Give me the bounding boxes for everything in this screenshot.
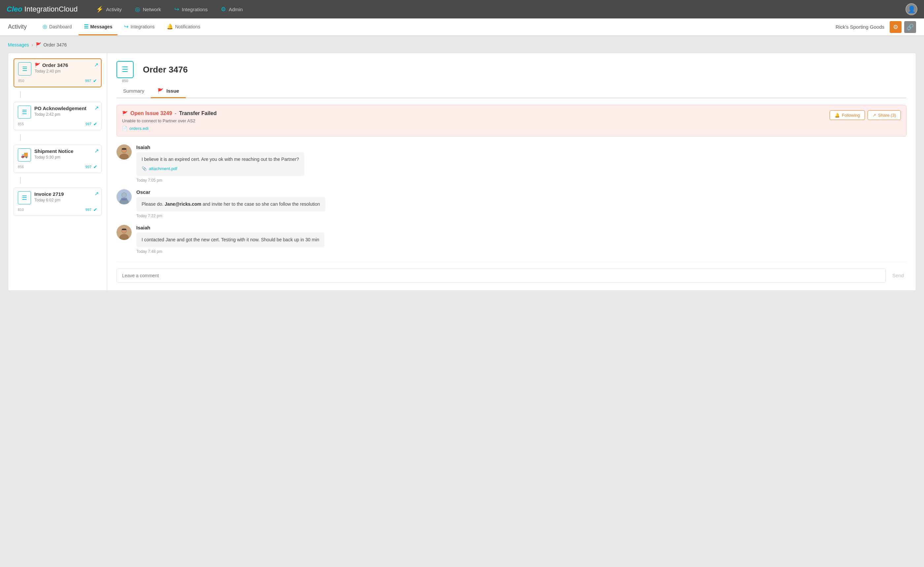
expand-icon-poack: ↗ (94, 105, 99, 111)
subnav-notifications[interactable]: 🔔 Notifications (161, 19, 206, 35)
order-title: Order 3476 (143, 64, 188, 75)
notifications-icon: 🔔 (167, 23, 173, 30)
settings-button[interactable]: ⚙ (890, 21, 901, 33)
nav-item-network[interactable]: ◎ Network (130, 3, 166, 15)
avatar-oscar (116, 189, 132, 204)
check-icon-shipment: ✔ (93, 164, 97, 170)
comment-time-2: Today 7:22 pm (136, 214, 325, 218)
comment-time-1: Today 7:05 pm (136, 178, 304, 183)
comment-author-3: Isaiah (136, 225, 324, 230)
nav-item-integrations[interactable]: ↪ Integrations (169, 3, 213, 15)
comment-section: Isaiah I believe it is an expired cert. … (116, 144, 906, 254)
connector-2 (20, 134, 21, 141)
comment-bubble-1: I believe it is an expired cert. Are you… (136, 152, 304, 176)
send-button[interactable]: Send (890, 270, 906, 281)
right-panel: ☰ 850 Order 3476 Summary 🚩 Issue (107, 53, 916, 290)
msg-num-left-poack: 855 (18, 122, 24, 126)
expand-icon-shipment: ↗ (94, 148, 99, 154)
subnav-integrations[interactable]: ↪ Integrations (119, 19, 160, 35)
check-icon-poack: ✔ (93, 121, 97, 127)
avatar-isaiah-2 (116, 225, 132, 240)
issue-file-link[interactable]: 📄 orders.edi (122, 126, 217, 131)
svg-point-8 (122, 193, 126, 198)
sub-nav-right: Rick's Sporting Goods ⚙ 🔗 (835, 21, 916, 33)
check-icon-order3476: ✔ (93, 78, 97, 83)
left-panel: ☰ 🚩 Order 3476 Today 2:40 pm ↗ 850 997 (8, 53, 107, 290)
integrations-sub-icon: ↪ (124, 23, 128, 30)
expand-icon-order3476: ↗ (94, 62, 98, 68)
breadcrumb-current: 🚩 Order 3476 (36, 42, 67, 48)
comment-author-1: Isaiah (136, 144, 304, 150)
comment-input-area: Send (116, 262, 906, 282)
network-icon: ◎ (135, 6, 140, 13)
subnav-messages[interactable]: ☰ Messages (78, 19, 118, 35)
following-button[interactable]: 🔔 Following (830, 110, 865, 120)
msg-num-right-order3476: 997 (85, 79, 91, 83)
svg-rect-4 (122, 148, 126, 150)
comment-attachment-1[interactable]: 📎 attachment.pdf (141, 165, 299, 172)
message-card-shipment[interactable]: 🚚 Shipment Notice Today 5:30 pm ↗ 856 99… (14, 145, 102, 173)
link-button[interactable]: 🔗 (904, 21, 916, 33)
nav-item-activity[interactable]: ⚡ Activity (91, 3, 127, 15)
msg-num-left-shipment: 856 (18, 165, 24, 169)
main-content: Messages › 🚩 Order 3476 ☰ 🚩 Order 3476 T (0, 36, 924, 297)
tab-summary[interactable]: Summary (116, 85, 151, 98)
tab-issue[interactable]: 🚩 Issue (151, 85, 186, 98)
connector-1 (20, 92, 21, 98)
comment-1: Isaiah I believe it is an expired cert. … (116, 144, 906, 183)
issue-description: Unable to connect to Partner over AS2 (122, 118, 217, 123)
msg-title-shipment: Shipment Notice (34, 148, 73, 154)
user-avatar[interactable]: 👤 (906, 3, 917, 15)
message-card-order3476[interactable]: ☰ 🚩 Order 3476 Today 2:40 pm ↗ 850 997 (14, 58, 102, 87)
message-card-invoice[interactable]: ☰ Invoice 2719 Today 6:02 pm ↗ 810 997 ✔ (14, 188, 102, 216)
share-icon: ↗ (873, 113, 876, 118)
expand-icon-invoice: ↗ (94, 190, 99, 197)
detail-tabs: Summary 🚩 Issue (116, 85, 906, 98)
file-icon: 📄 (122, 126, 127, 131)
breadcrumb-separator: › (32, 42, 33, 48)
flag-icon-order3476: 🚩 (35, 63, 40, 68)
issue-flag-icon: 🚩 (122, 111, 128, 116)
msg-num-left-order3476: 850 (18, 79, 24, 83)
subnav-dashboard[interactable]: ◎ Dashboard (37, 19, 77, 35)
avatar-isaiah-1 (116, 144, 132, 159)
msg-time-invoice: Today 6:02 pm (34, 198, 97, 202)
pdf-icon-1: 📎 (141, 165, 147, 172)
msg-icon-poack: ☰ (18, 105, 31, 118)
msg-icon-order3476: ☰ (18, 62, 32, 75)
comment-time-3: Today 7:48 pm (136, 249, 324, 254)
breadcrumb-messages[interactable]: Messages (8, 42, 29, 48)
top-nav: Cleo IntegrationCloud ⚡ Activity ◎ Netwo… (0, 0, 924, 18)
breadcrumb: Messages › 🚩 Order 3476 (8, 42, 916, 48)
comment-author-2: Oscar (136, 189, 325, 195)
sub-nav-items: ◎ Dashboard ☰ Messages ↪ Integrations 🔔 … (37, 19, 835, 35)
sub-nav: Activity ◎ Dashboard ☰ Messages ↪ Integr… (0, 18, 924, 36)
top-nav-items: ⚡ Activity ◎ Network ↪ Integrations ⚙ Ad… (91, 3, 906, 15)
msg-num-right-poack: 997 (86, 122, 92, 126)
logo: Cleo IntegrationCloud (7, 5, 78, 14)
issue-dash: - (175, 110, 176, 116)
breadcrumb-flag-icon: 🚩 (36, 42, 41, 48)
msg-time-poack: Today 2:42 pm (34, 112, 97, 117)
sub-nav-title: Activity (8, 23, 27, 30)
msg-title-order3476: Order 3476 (42, 62, 68, 68)
connector-3 (20, 177, 21, 184)
message-card-poack[interactable]: ☰ PO Acknowledgement Today 2:42 pm ↗ 855… (14, 102, 102, 130)
msg-icon-invoice: ☰ (18, 191, 31, 204)
integrations-icon: ↪ (174, 6, 179, 13)
issue-title: Transfer Failed (179, 110, 217, 116)
comment-bubble-3: I contacted Jane and got the new cert. T… (136, 232, 324, 247)
nav-item-admin[interactable]: ⚙ Admin (215, 3, 248, 15)
comment-input[interactable] (116, 268, 886, 282)
msg-time-order3476: Today 2:40 pm (35, 69, 97, 74)
order-header-icon: ☰ (116, 61, 134, 78)
activity-icon: ⚡ (96, 6, 103, 13)
issue-number[interactable]: Open Issue 3249 (130, 110, 172, 116)
comment-3: Isaiah I contacted Jane and got the new … (116, 225, 906, 254)
share-button[interactable]: ↗ Share (3) (868, 110, 901, 120)
check-icon-invoice: ✔ (93, 207, 97, 212)
issue-tab-flag: 🚩 (157, 88, 164, 94)
admin-icon: ⚙ (221, 6, 226, 13)
svg-rect-14 (122, 229, 126, 230)
comment-2: Oscar Please do. Jane@ricks.com and invi… (116, 189, 906, 218)
